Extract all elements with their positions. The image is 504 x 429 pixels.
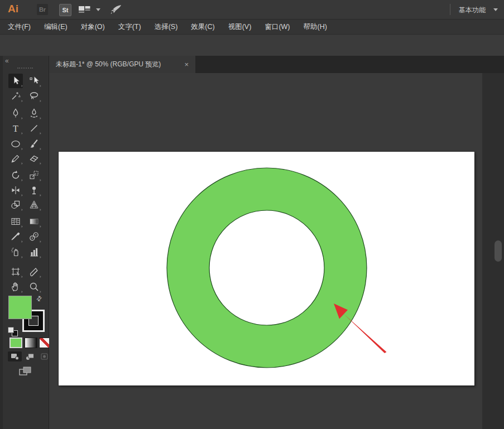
width-tool[interactable] xyxy=(8,183,23,197)
menu-item-s[interactable]: 选择(S) xyxy=(155,22,178,32)
zoom-tool[interactable] xyxy=(27,279,41,294)
svg-text:T: T xyxy=(13,124,18,133)
menu-item-f[interactable]: 文件(F) xyxy=(8,22,31,32)
column-graph-tool[interactable] xyxy=(27,245,41,259)
menu-item-v[interactable]: 视图(V) xyxy=(228,22,252,32)
swap-fill-stroke-icon[interactable]: ⇄ xyxy=(35,293,44,303)
perspective-grid-tool[interactable] xyxy=(27,197,41,212)
mesh-tool[interactable] xyxy=(8,214,23,229)
default-fill-mini-swatch[interactable] xyxy=(8,327,14,333)
hand-tool[interactable] xyxy=(8,279,23,294)
chevron-down-icon[interactable] xyxy=(96,8,100,11)
document-tab-bar: 未标题-1* @ 50% (RGB/GPU 预览) × xyxy=(49,56,504,73)
rotate-tool[interactable] xyxy=(8,168,23,182)
direct-selection-tool[interactable] xyxy=(27,74,41,88)
artboard-tool[interactable] xyxy=(8,264,23,279)
menu-item-t[interactable]: 文字(T) xyxy=(118,22,141,32)
divider xyxy=(450,4,450,15)
scroll-up-icon[interactable]: ⌃ xyxy=(493,73,498,77)
gpu-performance-icon[interactable] xyxy=(109,4,123,17)
scrollbar-thumb[interactable] xyxy=(495,240,502,262)
scale-tool[interactable] xyxy=(27,168,41,182)
bridge-icon[interactable]: Br xyxy=(37,4,48,15)
curvature-tool[interactable] xyxy=(27,106,41,120)
selection-tool[interactable] xyxy=(8,74,23,88)
gradient-tool[interactable] xyxy=(27,214,41,229)
collapse-panel-icon[interactable]: « xyxy=(5,57,9,65)
tools-panel: « ⇄ T xyxy=(0,56,49,429)
menu-item-h[interactable]: 帮助(H) xyxy=(304,22,327,32)
donut-inner-circle[interactable] xyxy=(209,210,324,325)
eraser-tool[interactable] xyxy=(27,151,41,166)
slice-tool[interactable] xyxy=(27,264,41,279)
shaper-tool[interactable] xyxy=(8,151,23,166)
lasso-tool[interactable] xyxy=(27,89,41,103)
illustrator-window: Ai Br St 基本功能 文件(F)编辑(E)对象(O)文字(T)选择(S)效… xyxy=(0,0,504,429)
canvas-area[interactable]: ⌃ xyxy=(49,73,504,429)
blend-tool[interactable] xyxy=(27,229,41,244)
app-bar: Ai Br St 基本功能 xyxy=(0,0,504,20)
draw-normal-mode-button[interactable] xyxy=(8,351,22,361)
line-segment-tool[interactable] xyxy=(27,121,41,136)
color-button[interactable] xyxy=(9,338,22,348)
document-title: 未标题-1* @ 50% (RGB/GPU 预览) xyxy=(56,60,161,69)
menu-item-c[interactable]: 效果(C) xyxy=(191,22,214,32)
arrange-documents-icon[interactable] xyxy=(78,5,92,16)
magic-wand-tool[interactable] xyxy=(8,89,23,103)
control-bar: 未选择对象 描边: 1 pt 3 点圆形 不透明度 样式: 文档设置 首选项 xyxy=(0,35,504,56)
shape-builder-tool[interactable] xyxy=(8,197,23,212)
change-screen-mode-icon[interactable] xyxy=(18,366,33,379)
symbol-sprayer-tool[interactable] xyxy=(8,245,23,259)
draw-behind-mode-button[interactable] xyxy=(23,351,37,361)
close-icon[interactable]: × xyxy=(184,61,189,68)
workspace-switcher[interactable]: 基本功能 xyxy=(459,6,486,15)
illustrator-logo: Ai xyxy=(8,3,18,15)
artwork-overlay xyxy=(49,73,504,429)
menu-item-w[interactable]: 窗口(W) xyxy=(265,22,290,32)
type-tool[interactable]: T xyxy=(8,121,23,136)
paintbrush-tool[interactable] xyxy=(27,137,41,151)
chevron-down-icon[interactable] xyxy=(493,8,498,11)
document-tab[interactable]: 未标题-1* @ 50% (RGB/GPU 预览) × xyxy=(49,56,195,73)
menu-bar: 文件(F)编辑(E)对象(O)文字(T)选择(S)效果(C)视图(V)窗口(W)… xyxy=(0,20,504,35)
menu-item-o[interactable]: 对象(O) xyxy=(81,22,105,32)
ellipse-tool[interactable] xyxy=(8,137,23,151)
stock-icon[interactable]: St xyxy=(59,4,71,16)
pen-tool[interactable] xyxy=(8,106,23,120)
puppet-warp-tool[interactable] xyxy=(27,183,41,197)
fill-indicator[interactable] xyxy=(8,296,32,319)
menu-item-e[interactable]: 编辑(E) xyxy=(44,22,68,32)
gradient-button[interactable] xyxy=(25,338,37,348)
eyedropper-tool[interactable] xyxy=(8,229,23,244)
panel-grip[interactable] xyxy=(17,68,33,70)
